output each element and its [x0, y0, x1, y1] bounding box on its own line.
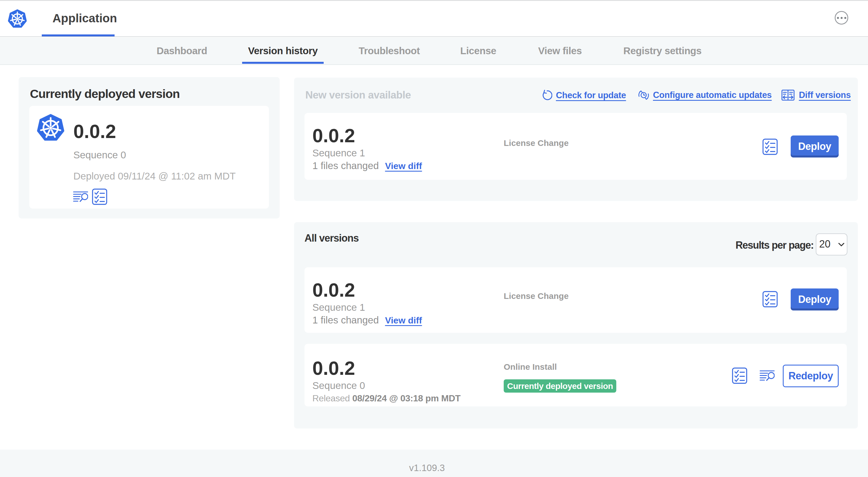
version-row: 0.0.2 Sequence 1 1 files changed View di… [305, 267, 847, 333]
view-deploy-logs-icon[interactable] [760, 370, 775, 381]
app-header [0, 1, 868, 37]
version-sequence: Sequence 1 [312, 147, 422, 159]
subnav-bar: Dashboard Version history Troubleshoot L… [0, 37, 868, 65]
version-number: 0.0.2 [312, 280, 422, 300]
deployed-timestamp: Deployed 09/11/24 @ 11:02 am MDT [73, 171, 236, 182]
deploy-button[interactable]: Deploy [791, 289, 839, 310]
preflight-checks-icon[interactable] [763, 139, 778, 155]
check-for-update-link[interactable]: Check for update [542, 89, 626, 101]
new-version-title: New version available [305, 89, 411, 101]
released-label: Released 08/29/24 @ 03:18 pm MDT [312, 393, 461, 404]
files-changed: 1 files changed [312, 160, 379, 171]
view-deploy-logs-icon[interactable] [73, 191, 88, 202]
results-per-page-value: 20 [819, 239, 831, 249]
more-options-button[interactable] [835, 11, 848, 25]
kubernetes-app-icon [37, 114, 64, 142]
currently-deployed-badge: Currently deployed version [504, 379, 616, 393]
tab-view-files[interactable]: View files [532, 37, 588, 64]
deploy-button[interactable]: Deploy [791, 136, 839, 157]
version-sequence: Sequence 0 [312, 380, 461, 391]
version-source-label: Online Install [504, 362, 557, 372]
results-per-page-select[interactable]: 20 [816, 233, 847, 256]
app-nav-item[interactable]: Application [53, 11, 117, 25]
deployed-sequence: Sequence 0 [73, 149, 126, 160]
results-per-page-label: Results per page: [735, 239, 813, 251]
currently-deployed-card: 0.0.2 Sequence 0 Deployed 09/11/24 @ 11:… [29, 106, 269, 209]
ellipsis-icon [837, 17, 839, 19]
view-diff-link[interactable]: View diff [385, 160, 422, 172]
version-sequence: Sequence 1 [312, 302, 422, 313]
view-diff-link[interactable]: View diff [385, 315, 422, 326]
version-number: 0.0.2 [312, 358, 461, 378]
version-source-label: License Change [504, 291, 568, 301]
tab-version-history[interactable]: Version history [242, 37, 324, 64]
version-source-label: License Change [504, 138, 568, 148]
kubernetes-logo [8, 8, 27, 29]
tab-dashboard[interactable]: Dashboard [151, 37, 213, 64]
redeploy-button[interactable]: Redeploy [783, 365, 839, 387]
new-version-card: 0.0.2 Sequence 1 1 files changed View di… [305, 113, 847, 180]
preflight-checks-icon[interactable] [763, 291, 778, 307]
all-versions-title: All versions [305, 232, 359, 244]
tab-license[interactable]: License [454, 37, 502, 64]
tab-registry-settings[interactable]: Registry settings [617, 37, 707, 64]
deployed-version-number: 0.0.2 [73, 121, 116, 141]
console-version: v1.109.3 [0, 450, 854, 473]
files-changed: 1 files changed [312, 315, 379, 326]
refresh-icon [542, 89, 552, 101]
preflight-checks-icon[interactable] [92, 188, 107, 205]
version-number: 0.0.2 [312, 126, 422, 145]
auto-update-clock-icon [638, 89, 649, 101]
tab-troubleshoot[interactable]: Troubleshoot [353, 37, 426, 64]
page-footer: v1.109.3 [0, 450, 868, 477]
version-row: 0.0.2 Sequence 0 Released 08/29/24 @ 03:… [305, 344, 847, 407]
chevron-down-icon [838, 243, 844, 246]
diff-document-icon [781, 89, 795, 101]
preflight-checks-icon[interactable] [732, 367, 747, 384]
diff-versions-link[interactable]: Diff versions [781, 89, 851, 101]
app-nav-active-underline [42, 34, 115, 36]
configure-automatic-updates-link[interactable]: Configure automatic updates [638, 89, 772, 101]
currently-deployed-title: Currently deployed version [30, 87, 180, 101]
